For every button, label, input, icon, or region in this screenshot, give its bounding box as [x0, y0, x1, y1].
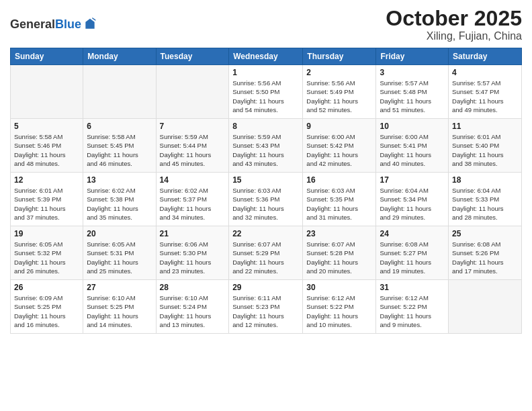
calendar-cell [449, 280, 522, 334]
location: Xiling, Fujian, China [386, 30, 522, 42]
header: GeneralBlue October 2025 Xiling, Fujian,… [10, 7, 522, 42]
day-info: Sunrise: 5:57 AM Sunset: 5:48 PM Dayligh… [380, 79, 445, 114]
day-number: 27 [87, 283, 152, 292]
day-number: 2 [306, 68, 372, 77]
day-number: 6 [87, 122, 152, 131]
calendar-cell: 29Sunrise: 6:11 AM Sunset: 5:23 PM Dayli… [229, 280, 303, 334]
calendar-cell: 17Sunrise: 6:04 AM Sunset: 5:34 PM Dayli… [376, 173, 449, 226]
day-number: 4 [452, 68, 518, 77]
day-info: Sunrise: 6:02 AM Sunset: 5:38 PM Dayligh… [87, 186, 152, 222]
day-number: 21 [160, 229, 226, 238]
calendar-cell: 1Sunrise: 5:56 AM Sunset: 5:50 PM Daylig… [229, 65, 303, 119]
col-sunday: Sunday [11, 48, 83, 65]
calendar-week-3: 12Sunrise: 6:01 AM Sunset: 5:39 PM Dayli… [11, 173, 522, 226]
day-info: Sunrise: 6:05 AM Sunset: 5:31 PM Dayligh… [87, 240, 152, 275]
calendar-cell: 28Sunrise: 6:10 AM Sunset: 5:24 PM Dayli… [156, 280, 229, 334]
calendar-cell: 8Sunrise: 5:59 AM Sunset: 5:43 PM Daylig… [229, 119, 303, 173]
day-number: 14 [160, 175, 226, 185]
day-info: Sunrise: 6:10 AM Sunset: 5:25 PM Dayligh… [87, 293, 152, 329]
day-info: Sunrise: 5:58 AM Sunset: 5:46 PM Dayligh… [14, 132, 79, 168]
day-info: Sunrise: 5:59 AM Sunset: 5:44 PM Dayligh… [160, 132, 226, 168]
calendar-cell: 15Sunrise: 6:03 AM Sunset: 5:36 PM Dayli… [229, 173, 303, 226]
day-info: Sunrise: 6:00 AM Sunset: 5:42 PM Dayligh… [306, 132, 372, 168]
calendar-week-1: 1Sunrise: 5:56 AM Sunset: 5:50 PM Daylig… [11, 65, 522, 119]
calendar-header-row: Sunday Monday Tuesday Wednesday Thursday… [11, 48, 522, 65]
col-thursday: Thursday [303, 48, 376, 65]
calendar-cell: 22Sunrise: 6:07 AM Sunset: 5:29 PM Dayli… [229, 226, 303, 280]
calendar-cell: 14Sunrise: 6:02 AM Sunset: 5:37 PM Dayli… [156, 173, 229, 226]
col-monday: Monday [83, 48, 156, 65]
logo: GeneralBlue [10, 17, 97, 32]
calendar-cell: 11Sunrise: 6:01 AM Sunset: 5:40 PM Dayli… [449, 119, 522, 173]
day-info: Sunrise: 6:09 AM Sunset: 5:25 PM Dayligh… [14, 293, 79, 329]
calendar-cell: 21Sunrise: 6:06 AM Sunset: 5:30 PM Dayli… [156, 226, 229, 280]
col-tuesday: Tuesday [156, 48, 229, 65]
day-info: Sunrise: 6:08 AM Sunset: 5:26 PM Dayligh… [452, 240, 518, 275]
day-number: 19 [14, 229, 79, 238]
calendar-cell: 7Sunrise: 5:59 AM Sunset: 5:44 PM Daylig… [156, 119, 229, 173]
calendar-cell: 18Sunrise: 6:04 AM Sunset: 5:33 PM Dayli… [449, 173, 522, 226]
calendar-week-5: 26Sunrise: 6:09 AM Sunset: 5:25 PM Dayli… [11, 280, 522, 334]
calendar-week-2: 5Sunrise: 5:58 AM Sunset: 5:46 PM Daylig… [11, 119, 522, 173]
calendar-cell [156, 65, 229, 119]
day-info: Sunrise: 6:04 AM Sunset: 5:33 PM Dayligh… [452, 186, 518, 222]
day-info: Sunrise: 6:12 AM Sunset: 5:22 PM Dayligh… [380, 293, 445, 329]
calendar-cell: 27Sunrise: 6:10 AM Sunset: 5:25 PM Dayli… [83, 280, 156, 334]
day-info: Sunrise: 5:56 AM Sunset: 5:49 PM Dayligh… [306, 79, 372, 114]
calendar-cell: 9Sunrise: 6:00 AM Sunset: 5:42 PM Daylig… [303, 119, 376, 173]
calendar-cell: 24Sunrise: 6:08 AM Sunset: 5:27 PM Dayli… [376, 226, 449, 280]
day-info: Sunrise: 5:58 AM Sunset: 5:45 PM Dayligh… [87, 132, 152, 168]
calendar-cell: 16Sunrise: 6:03 AM Sunset: 5:35 PM Dayli… [303, 173, 376, 226]
logo-icon [83, 17, 97, 31]
calendar-cell: 31Sunrise: 6:12 AM Sunset: 5:22 PM Dayli… [376, 280, 449, 334]
calendar-cell: 4Sunrise: 5:57 AM Sunset: 5:47 PM Daylig… [449, 65, 522, 119]
day-number: 30 [306, 283, 372, 292]
day-info: Sunrise: 6:07 AM Sunset: 5:29 PM Dayligh… [232, 240, 299, 275]
day-number: 25 [452, 229, 518, 238]
calendar-cell: 10Sunrise: 6:00 AM Sunset: 5:41 PM Dayli… [376, 119, 449, 173]
day-info: Sunrise: 6:00 AM Sunset: 5:41 PM Dayligh… [380, 132, 445, 168]
col-friday: Friday [376, 48, 449, 65]
day-info: Sunrise: 6:02 AM Sunset: 5:37 PM Dayligh… [160, 186, 226, 222]
day-info: Sunrise: 6:05 AM Sunset: 5:32 PM Dayligh… [14, 240, 79, 275]
day-info: Sunrise: 5:59 AM Sunset: 5:43 PM Dayligh… [232, 132, 299, 168]
day-info: Sunrise: 6:01 AM Sunset: 5:40 PM Dayligh… [452, 132, 518, 168]
day-number: 15 [232, 175, 299, 185]
day-number: 7 [160, 122, 226, 131]
day-number: 28 [160, 283, 226, 292]
day-info: Sunrise: 6:06 AM Sunset: 5:30 PM Dayligh… [160, 240, 226, 275]
day-number: 26 [14, 283, 79, 292]
calendar-cell: 30Sunrise: 6:12 AM Sunset: 5:22 PM Dayli… [303, 280, 376, 334]
calendar-cell: 3Sunrise: 5:57 AM Sunset: 5:48 PM Daylig… [376, 65, 449, 119]
calendar-cell [11, 65, 83, 119]
calendar-cell: 5Sunrise: 5:58 AM Sunset: 5:46 PM Daylig… [11, 119, 83, 173]
calendar-cell: 23Sunrise: 6:07 AM Sunset: 5:28 PM Dayli… [303, 226, 376, 280]
day-info: Sunrise: 6:08 AM Sunset: 5:27 PM Dayligh… [380, 240, 445, 275]
calendar-cell [83, 65, 156, 119]
day-number: 18 [452, 175, 518, 185]
day-info: Sunrise: 6:03 AM Sunset: 5:36 PM Dayligh… [232, 186, 299, 222]
col-saturday: Saturday [449, 48, 522, 65]
day-number: 20 [87, 229, 152, 238]
calendar-cell: 6Sunrise: 5:58 AM Sunset: 5:45 PM Daylig… [83, 119, 156, 173]
day-number: 3 [380, 68, 445, 77]
day-info: Sunrise: 6:04 AM Sunset: 5:34 PM Dayligh… [380, 186, 445, 222]
calendar-table: Sunday Monday Tuesday Wednesday Thursday… [10, 48, 522, 334]
day-number: 1 [232, 68, 299, 77]
calendar-container: GeneralBlue October 2025 Xiling, Fujian,… [0, 0, 532, 411]
day-number: 12 [14, 175, 79, 185]
day-info: Sunrise: 6:01 AM Sunset: 5:39 PM Dayligh… [14, 186, 79, 222]
day-number: 13 [87, 175, 152, 185]
calendar-cell: 19Sunrise: 6:05 AM Sunset: 5:32 PM Dayli… [11, 226, 83, 280]
day-number: 23 [306, 229, 372, 238]
logo-general-text: General [10, 17, 55, 31]
day-info: Sunrise: 6:11 AM Sunset: 5:23 PM Dayligh… [232, 293, 299, 329]
day-number: 24 [380, 229, 445, 238]
day-number: 5 [14, 122, 79, 131]
day-info: Sunrise: 6:10 AM Sunset: 5:24 PM Dayligh… [160, 293, 226, 329]
day-info: Sunrise: 6:07 AM Sunset: 5:28 PM Dayligh… [306, 240, 372, 275]
calendar-cell: 26Sunrise: 6:09 AM Sunset: 5:25 PM Dayli… [11, 280, 83, 334]
title-block: October 2025 Xiling, Fujian, China [386, 7, 522, 42]
calendar-week-4: 19Sunrise: 6:05 AM Sunset: 5:32 PM Dayli… [11, 226, 522, 280]
calendar-cell: 20Sunrise: 6:05 AM Sunset: 5:31 PM Dayli… [83, 226, 156, 280]
